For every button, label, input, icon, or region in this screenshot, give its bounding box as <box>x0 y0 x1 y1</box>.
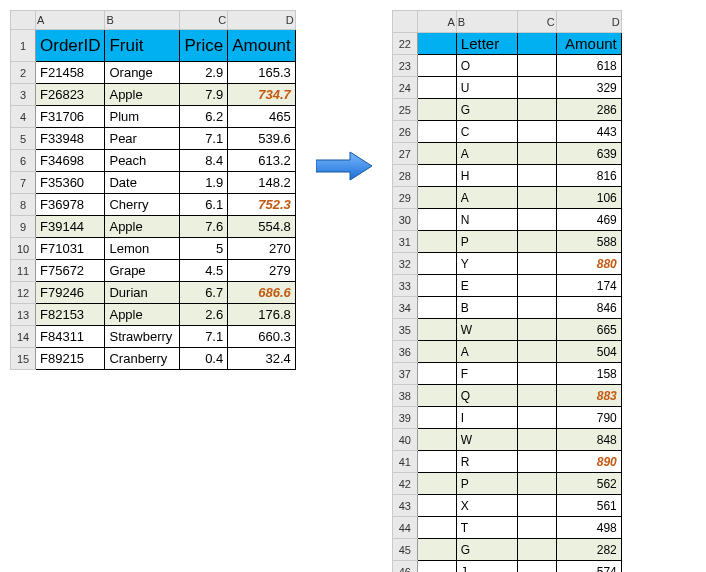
header-amount[interactable]: Amount <box>556 33 621 55</box>
col-header-d[interactable]: D <box>556 11 621 33</box>
row-number[interactable]: 12 <box>11 282 36 304</box>
cell-orderid[interactable]: F79246 <box>36 282 105 304</box>
cell-amount[interactable]: 504 <box>556 341 621 363</box>
cell-fruit[interactable]: Grape <box>105 260 180 282</box>
cell-c[interactable] <box>517 517 556 539</box>
cell-a[interactable] <box>417 451 456 473</box>
cell-amount[interactable]: 665 <box>556 319 621 341</box>
cell-price[interactable]: 2.6 <box>180 304 228 326</box>
cell-a[interactable] <box>417 473 456 495</box>
cell-amount[interactable]: 561 <box>556 495 621 517</box>
cell-amount[interactable]: 588 <box>556 231 621 253</box>
cell-fruit[interactable]: Orange <box>105 62 180 84</box>
row-number[interactable]: 2 <box>11 62 36 84</box>
cell-letter[interactable]: T <box>456 517 517 539</box>
cell-amount[interactable]: 554.8 <box>228 216 296 238</box>
cell-c[interactable] <box>517 121 556 143</box>
row-number[interactable]: 14 <box>11 326 36 348</box>
cell-c[interactable] <box>517 77 556 99</box>
cell-amount[interactable]: 329 <box>556 77 621 99</box>
cell-price[interactable]: 5 <box>180 238 228 260</box>
col-header-c[interactable]: C <box>517 11 556 33</box>
cell-a[interactable] <box>417 297 456 319</box>
cell-a[interactable] <box>417 429 456 451</box>
cell-amount[interactable]: 286 <box>556 99 621 121</box>
cell-price[interactable]: 0.4 <box>180 348 228 370</box>
cell-a[interactable] <box>417 99 456 121</box>
cell-orderid[interactable]: F35360 <box>36 172 105 194</box>
cell-c[interactable] <box>517 231 556 253</box>
cell-c[interactable] <box>517 341 556 363</box>
header-price[interactable]: Price <box>180 30 228 62</box>
row-number[interactable]: 11 <box>11 260 36 282</box>
row-number[interactable]: 30 <box>392 209 417 231</box>
cell-amount[interactable]: 270 <box>228 238 296 260</box>
cell-a[interactable] <box>417 77 456 99</box>
cell-orderid[interactable]: F36978 <box>36 194 105 216</box>
cell-letter[interactable]: E <box>456 275 517 297</box>
row-number[interactable]: 37 <box>392 363 417 385</box>
row-number[interactable]: 8 <box>11 194 36 216</box>
cell-a[interactable] <box>417 275 456 297</box>
cell-letter[interactable]: F <box>456 363 517 385</box>
cell-letter[interactable]: A <box>456 341 517 363</box>
cell-orderid[interactable]: F75672 <box>36 260 105 282</box>
row-number[interactable]: 40 <box>392 429 417 451</box>
cell-amount[interactable]: 158 <box>556 363 621 385</box>
cell-letter[interactable]: A <box>456 187 517 209</box>
cell-letter[interactable]: C <box>456 121 517 143</box>
cell-amount[interactable]: 848 <box>556 429 621 451</box>
cell-letter[interactable]: N <box>456 209 517 231</box>
row-number[interactable]: 27 <box>392 143 417 165</box>
header-a[interactable] <box>417 33 456 55</box>
cell-price[interactable]: 7.1 <box>180 326 228 348</box>
cell-c[interactable] <box>517 253 556 275</box>
cell-fruit[interactable]: Peach <box>105 150 180 172</box>
cell-c[interactable] <box>517 429 556 451</box>
cell-c[interactable] <box>517 187 556 209</box>
cell-c[interactable] <box>517 275 556 297</box>
cell-c[interactable] <box>517 319 556 341</box>
header-amount[interactable]: Amount <box>228 30 296 62</box>
cell-letter[interactable]: X <box>456 495 517 517</box>
row-number[interactable]: 1 <box>11 30 36 62</box>
row-number[interactable]: 38 <box>392 385 417 407</box>
header-c[interactable] <box>517 33 556 55</box>
cell-a[interactable] <box>417 143 456 165</box>
cell-c[interactable] <box>517 539 556 561</box>
col-header-c[interactable]: C <box>180 11 228 30</box>
cell-a[interactable] <box>417 165 456 187</box>
cell-c[interactable] <box>517 407 556 429</box>
cell-amount[interactable]: 148.2 <box>228 172 296 194</box>
row-number[interactable]: 35 <box>392 319 417 341</box>
row-number[interactable]: 15 <box>11 348 36 370</box>
cell-letter[interactable]: R <box>456 451 517 473</box>
cell-orderid[interactable]: F82153 <box>36 304 105 326</box>
cell-price[interactable]: 6.1 <box>180 194 228 216</box>
cell-letter[interactable]: U <box>456 77 517 99</box>
cell-amount[interactable]: 176.8 <box>228 304 296 326</box>
cell-c[interactable] <box>517 561 556 573</box>
row-number[interactable]: 3 <box>11 84 36 106</box>
cell-letter[interactable]: H <box>456 165 517 187</box>
cell-c[interactable] <box>517 55 556 77</box>
cell-price[interactable]: 7.9 <box>180 84 228 106</box>
row-number[interactable]: 29 <box>392 187 417 209</box>
cell-price[interactable]: 7.1 <box>180 128 228 150</box>
cell-orderid[interactable]: F71031 <box>36 238 105 260</box>
cell-amount[interactable]: 106 <box>556 187 621 209</box>
col-header-d[interactable]: D <box>228 11 296 30</box>
cell-letter[interactable]: P <box>456 473 517 495</box>
cell-c[interactable] <box>517 473 556 495</box>
cell-a[interactable] <box>417 319 456 341</box>
cell-amount[interactable]: 465 <box>228 106 296 128</box>
cell-amount[interactable]: 282 <box>556 539 621 561</box>
cell-fruit[interactable]: Apple <box>105 304 180 326</box>
cell-amount[interactable]: 469 <box>556 209 621 231</box>
cell-letter[interactable]: W <box>456 429 517 451</box>
header-fruit[interactable]: Fruit <box>105 30 180 62</box>
col-header-b[interactable]: B <box>105 11 180 30</box>
row-number[interactable]: 45 <box>392 539 417 561</box>
cell-amount[interactable]: 752.3 <box>228 194 296 216</box>
cell-fruit[interactable]: Plum <box>105 106 180 128</box>
